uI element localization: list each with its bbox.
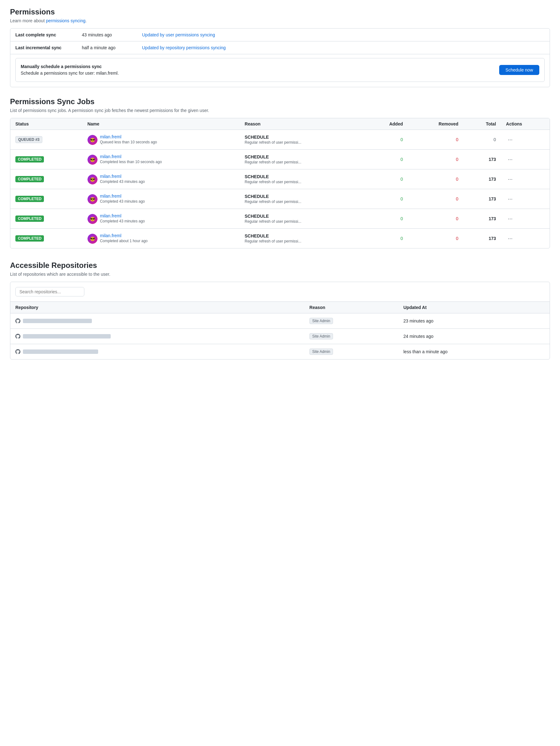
schedule-now-button[interactable]: Schedule now bbox=[499, 65, 539, 75]
permissions-syncing-link[interactable]: permissions syncing bbox=[46, 18, 85, 23]
added-cell: 0 bbox=[364, 229, 408, 249]
avatar: 😎 bbox=[87, 234, 97, 244]
username-link[interactable]: milan.freml bbox=[100, 174, 121, 179]
total-cell: 0 bbox=[464, 130, 501, 150]
sync-jobs-section: Permissions Sync Jobs List of permission… bbox=[10, 97, 550, 249]
actions-button[interactable]: ··· bbox=[506, 215, 514, 223]
last-incremental-sync-label: Last incremental sync bbox=[16, 45, 72, 50]
github-icon bbox=[16, 349, 20, 354]
job-time-text: Completed 43 minutes ago bbox=[100, 219, 145, 223]
repo-cell bbox=[10, 313, 304, 329]
removed-cell: 0 bbox=[408, 169, 464, 189]
reason-type: SCHEDULE bbox=[244, 194, 359, 199]
reason-cell: SCHEDULERegular refresh of user permissi… bbox=[240, 229, 364, 249]
name-cell: 😎milan.fremlCompleted 43 minutes ago bbox=[83, 209, 240, 229]
name-cell: 😎milan.fremlCompleted less than 10 secon… bbox=[83, 150, 240, 169]
username-link[interactable]: milan.freml bbox=[100, 154, 121, 159]
accessible-repos-section: Accessible Repositories List of reposito… bbox=[10, 261, 550, 360]
name-cell: 😎milan.fremlQueued less than 10 seconds … bbox=[83, 130, 240, 150]
table-row: QUEUED #3😎milan.fremlQueued less than 10… bbox=[10, 130, 550, 150]
repo-reason-cell: Site Admin bbox=[304, 344, 399, 360]
sync-jobs-table-header: Status Name Reason Added Removed Total A… bbox=[10, 118, 550, 130]
repos-table: Repository Reason Updated At Site Admin2… bbox=[10, 302, 550, 359]
site-admin-badge: Site Admin bbox=[310, 333, 333, 339]
table-row: COMPLETED😎milan.fremlCompleted 43 minute… bbox=[10, 209, 550, 229]
total-cell: 173 bbox=[464, 229, 501, 249]
schedule-box: Manually schedule a permissions sync Sch… bbox=[16, 58, 544, 82]
added-cell: 0 bbox=[364, 130, 408, 150]
table-row: COMPLETED😎milan.fremlCompleted 43 minute… bbox=[10, 189, 550, 209]
status-badge: COMPLETED bbox=[16, 156, 44, 163]
reason-cell: SCHEDULERegular refresh of user permissi… bbox=[240, 169, 364, 189]
github-icon bbox=[16, 318, 20, 323]
repo-updated-at-cell: 23 minutes ago bbox=[398, 313, 550, 329]
reason-type: SCHEDULE bbox=[244, 213, 359, 219]
name-cell: 😎milan.fremlCompleted about 1 hour ago bbox=[83, 229, 240, 249]
actions-cell: ··· bbox=[501, 169, 550, 189]
avatar: 😎 bbox=[87, 155, 97, 165]
reason-desc: Regular refresh of user permissi... bbox=[244, 140, 359, 145]
actions-button[interactable]: ··· bbox=[506, 155, 514, 164]
github-icon bbox=[16, 334, 20, 339]
status-cell: COMPLETED bbox=[10, 169, 83, 189]
username-link[interactable]: milan.freml bbox=[100, 233, 121, 238]
total-cell: 173 bbox=[464, 209, 501, 229]
sync-jobs-description: List of permissions sync jobs. A permiss… bbox=[10, 108, 550, 113]
reason-cell: SCHEDULERegular refresh of user permissi… bbox=[240, 189, 364, 209]
schedule-box-description: Schedule a permissions sync for user: mi… bbox=[21, 70, 119, 77]
site-admin-badge: Site Admin bbox=[310, 318, 333, 324]
actions-button[interactable]: ··· bbox=[506, 195, 514, 203]
removed-cell: 0 bbox=[408, 130, 464, 150]
username-link[interactable]: milan.freml bbox=[100, 194, 121, 199]
actions-button[interactable]: ··· bbox=[506, 235, 514, 242]
sync-jobs-table: Status Name Reason Added Removed Total A… bbox=[10, 118, 550, 248]
username-link[interactable]: milan.freml bbox=[100, 134, 121, 139]
name-cell: 😎milan.fremlCompleted 43 minutes ago bbox=[83, 169, 240, 189]
last-complete-sync-label: Last complete sync bbox=[16, 32, 72, 37]
repo-col-updated-at: Updated At bbox=[398, 302, 550, 313]
last-complete-sync-time: 43 minutes ago bbox=[82, 32, 132, 37]
permissions-card: Last complete sync 43 minutes ago Update… bbox=[10, 28, 550, 87]
reason-type: SCHEDULE bbox=[244, 233, 359, 238]
reason-cell: SCHEDULERegular refresh of user permissi… bbox=[240, 130, 364, 150]
col-added: Added bbox=[364, 118, 408, 130]
sync-jobs-table-card: Status Name Reason Added Removed Total A… bbox=[10, 118, 550, 249]
avatar: 😎 bbox=[87, 214, 97, 224]
reason-desc: Regular refresh of user permissi... bbox=[244, 180, 359, 184]
actions-button[interactable]: ··· bbox=[506, 136, 514, 144]
repo-reason-cell: Site Admin bbox=[304, 313, 399, 329]
table-row: COMPLETED😎milan.fremlCompleted less than… bbox=[10, 150, 550, 169]
status-badge: COMPLETED bbox=[16, 216, 44, 222]
repo-col-reason: Reason bbox=[304, 302, 399, 313]
job-time-text: Completed about 1 hour ago bbox=[100, 239, 148, 243]
schedule-box-title: Manually schedule a permissions sync bbox=[21, 63, 119, 70]
permissions-section: Permissions Learn more about permissions… bbox=[10, 7, 550, 87]
actions-cell: ··· bbox=[501, 130, 550, 150]
repo-reason-cell: Site Admin bbox=[304, 329, 399, 344]
repo-name bbox=[23, 334, 111, 339]
username-link[interactable]: milan.freml bbox=[100, 213, 121, 218]
reason-desc: Regular refresh of user permissi... bbox=[244, 200, 359, 204]
status-badge: QUEUED #3 bbox=[16, 136, 42, 143]
col-total: Total bbox=[464, 118, 501, 130]
added-cell: 0 bbox=[364, 189, 408, 209]
status-badge: COMPLETED bbox=[16, 235, 44, 241]
table-row: Site Admin23 minutes ago bbox=[10, 313, 550, 329]
added-cell: 0 bbox=[364, 209, 408, 229]
repos-table-card: Repository Reason Updated At Site Admin2… bbox=[10, 282, 550, 360]
search-repositories-input[interactable] bbox=[16, 287, 84, 296]
actions-button[interactable]: ··· bbox=[506, 175, 514, 183]
repo-cell bbox=[10, 329, 304, 344]
col-name: Name bbox=[83, 118, 240, 130]
removed-cell: 0 bbox=[408, 209, 464, 229]
added-cell: 0 bbox=[364, 169, 408, 189]
last-complete-sync-link[interactable]: Updated by user permissions syncing bbox=[142, 32, 215, 37]
permissions-subtitle: Learn more about permissions syncing. bbox=[10, 18, 550, 23]
status-cell: COMPLETED bbox=[10, 229, 83, 249]
repos-table-header: Repository Reason Updated At bbox=[10, 302, 550, 313]
schedule-box-text: Manually schedule a permissions sync Sch… bbox=[21, 63, 119, 77]
reason-type: SCHEDULE bbox=[244, 174, 359, 179]
removed-cell: 0 bbox=[408, 189, 464, 209]
last-incremental-sync-link[interactable]: Updated by repository permissions syncin… bbox=[142, 45, 226, 50]
reason-desc: Regular refresh of user permissi... bbox=[244, 219, 359, 224]
